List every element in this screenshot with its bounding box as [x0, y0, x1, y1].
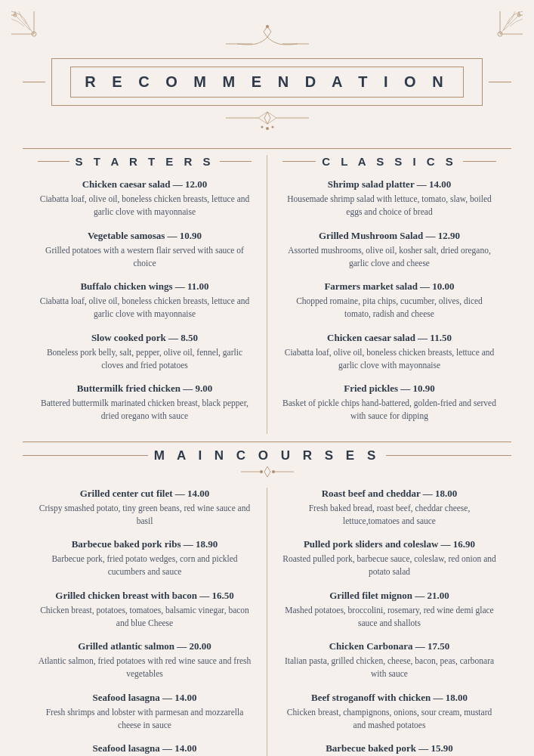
- item-description: Housemade shrimp salad with lettuce, tom…: [282, 193, 496, 219]
- list-item: Grilled atlantic salmon — 20.00 Atlantic…: [38, 640, 252, 681]
- classics-column: C L A S S I C S Shrimp salad platter — 1…: [267, 155, 511, 434]
- classics-header: C L A S S I C S: [282, 155, 496, 168]
- item-description: Ciabatta loaf, olive oil, boneless chick…: [38, 193, 252, 219]
- main-courses-left-column: Grilled center cut filet — 14.00 Crispy …: [23, 488, 267, 757]
- page: R E C O M M E N D A T I O N: [0, 0, 534, 756]
- item-description: Mashed potatoes, broccolini, rosemary, r…: [282, 604, 496, 631]
- classics-line-left: [282, 161, 316, 162]
- item-name: Chicken caesar salad — 11.50: [282, 332, 496, 344]
- svg-point-35: [271, 126, 273, 129]
- item-name: Fried pickles — 10.90: [282, 383, 496, 395]
- starters-line-right: [220, 161, 252, 162]
- list-item: Barbecue baked pork — 15.90 Barbecue por…: [282, 742, 496, 756]
- item-description: Italian pasta, grilled chicken, cheese, …: [282, 655, 496, 681]
- list-item: Fried pickles — 10.90 Basket of pickle c…: [282, 383, 496, 423]
- list-item: Pulled pork sliders and coleslaw — 16.90…: [282, 538, 496, 579]
- list-item: Barbecue baked pork ribs — 18.90 Barbecu…: [38, 538, 252, 579]
- svg-point-39: [272, 470, 275, 473]
- recommendation-section: R E C O M M E N D A T I O N: [23, 23, 511, 135]
- item-name: Barbecue baked pork — 15.90: [282, 742, 496, 754]
- list-item: Grilled chicken breast with bacon — 16.5…: [38, 590, 252, 631]
- main-courses-right-column: Roast beef and cheddar — 18.00 Fresh bak…: [267, 488, 511, 757]
- item-name: Grilled Mushroom Salad — 12.90: [282, 230, 496, 242]
- main-line-left: [23, 455, 148, 456]
- main-courses-ornament: [23, 465, 511, 482]
- corner-decoration-tl: [8, 8, 60, 60]
- item-description: Ciabatta loaf, olive oil, boneless chick…: [38, 295, 252, 321]
- main-courses-lines: M A I N C O U R S E S: [23, 448, 511, 463]
- item-name: Seafood lasagna — 14.00: [38, 692, 252, 704]
- corner-decoration-tr: [474, 8, 526, 60]
- main-courses-title: M A I N C O U R S E S: [154, 448, 380, 463]
- item-description: Chicken breast, champignons, onions, sou…: [282, 706, 496, 733]
- item-name: Seafood lasagna — 14.00: [38, 742, 252, 754]
- item-description: Roasted pulled pork, barbecue sauce, col…: [282, 553, 496, 579]
- list-item: Roast beef and cheddar — 18.00 Fresh bak…: [282, 488, 496, 528]
- item-description: Fresh baked bread, roast beef, cheddar c…: [282, 502, 496, 528]
- item-name: Buttermilk fried chicken — 9.00: [38, 383, 252, 395]
- item-description: Basket of pickle chips hand-battered, go…: [282, 397, 496, 423]
- list-item: Buttermilk fried chicken — 9.00 Battered…: [38, 383, 252, 423]
- classics-line-right: [463, 161, 496, 162]
- item-name: Grilled chicken breast with bacon — 16.5…: [38, 590, 252, 602]
- item-description: Assorted mushrooms, olive oil, kosher sa…: [282, 244, 496, 271]
- item-description: Battered buttermilk marinated chicken br…: [38, 397, 252, 423]
- main-courses-header: M A I N C O U R S E S: [23, 448, 511, 482]
- list-item: Chicken Carbonara — 17.50 Italian pasta,…: [282, 640, 496, 681]
- starters-column: S T A R T E R S Chicken caesar salad — 1…: [23, 155, 267, 434]
- list-item: Slow cooked pork — 8.50 Boneless pork be…: [38, 332, 252, 373]
- list-item: Beef stroganoff with chicken — 18.00 Chi…: [282, 692, 496, 733]
- item-name: Grilled filet mignon — 21.00: [282, 590, 496, 602]
- svg-point-33: [266, 127, 269, 130]
- starters-classics-section: S T A R T E R S Chicken caesar salad — 1…: [23, 155, 511, 434]
- item-name: Roast beef and cheddar — 18.00: [282, 488, 496, 500]
- classics-title: C L A S S I C S: [322, 155, 457, 168]
- item-name: Beef stroganoff with chicken — 18.00: [282, 692, 496, 704]
- top-divider: [23, 148, 511, 149]
- list-item: Buffalo chicken wings — 11.00 Ciabatta l…: [38, 280, 252, 321]
- list-item: Chicken caesar salad — 11.50 Ciabatta lo…: [282, 332, 496, 373]
- svg-point-34: [261, 126, 263, 129]
- item-description: Atlantic salmon, fried potatoes with red…: [38, 655, 252, 681]
- list-item: Seafood lasagna — 14.00 Fresh shrimps an…: [38, 692, 252, 733]
- item-description: Crispy smashed potato, tiny green beans,…: [38, 502, 252, 528]
- starters-line-left: [38, 161, 69, 162]
- list-item: Seafood lasagna — 14.00 Fresh shrimps an…: [38, 742, 252, 756]
- item-name: Slow cooked pork — 8.50: [38, 332, 252, 344]
- list-item: Grilled filet mignon — 21.00 Mashed pota…: [282, 590, 496, 631]
- list-item: Vegetable samosas — 10.90 Grilled potato…: [38, 230, 252, 271]
- svg-line-3: [15, 15, 30, 30]
- main-courses-section: M A I N C O U R S E S Grilled center cut…: [23, 448, 511, 757]
- starters-title: S T A R T E R S: [76, 155, 215, 168]
- item-name: Shrimp salad platter — 14.00: [282, 178, 496, 191]
- item-description: Barbecue pork, fried potato wedges, corn…: [38, 553, 252, 579]
- mid-divider: [23, 442, 511, 442]
- item-name: Chicken caesar salad — 12.00: [38, 178, 252, 191]
- item-name: Vegetable samosas — 10.90: [38, 230, 252, 242]
- rec-bottom-ornament: [23, 110, 511, 135]
- top-ornament: [23, 23, 511, 52]
- list-item: Shrimp salad platter — 14.00 Housemade s…: [282, 178, 496, 219]
- item-name: Farmers market salad — 10.00: [282, 280, 496, 293]
- list-item: Grilled center cut filet — 14.00 Crispy …: [38, 488, 252, 528]
- main-courses-columns: Grilled center cut filet — 14.00 Crispy …: [23, 488, 511, 757]
- main-line-right: [386, 455, 511, 456]
- item-description: Grilled potatoes with a western flair se…: [38, 244, 252, 271]
- svg-point-30: [266, 25, 269, 28]
- item-name: Chicken Carbonara — 17.50: [282, 640, 496, 652]
- item-description: Ciabatta loaf, olive oil, boneless chick…: [282, 346, 496, 373]
- list-item: Farmers market salad — 10.00 Chopped rom…: [282, 280, 496, 321]
- list-item: Chicken caesar salad — 12.00 Ciabatta lo…: [38, 178, 252, 219]
- svg-line-10: [504, 15, 519, 30]
- item-name: Grilled center cut filet — 14.00: [38, 488, 252, 500]
- svg-point-38: [260, 470, 263, 473]
- recommendation-title: R E C O M M E N D A T I O N: [85, 73, 449, 90]
- item-description: Chopped romaine, pita chips, cucumber, o…: [282, 295, 496, 321]
- item-description: Chicken breast, potatoes, tomatoes, bals…: [38, 604, 252, 631]
- list-item: Grilled Mushroom Salad — 12.90 Assorted …: [282, 230, 496, 271]
- item-name: Barbecue baked pork ribs — 18.90: [38, 538, 252, 550]
- item-name: Pulled pork sliders and coleslaw — 16.90: [282, 538, 496, 550]
- item-description: Fresh shrimps and lobster with parmesan …: [38, 706, 252, 733]
- item-name: Grilled atlantic salmon — 20.00: [38, 640, 252, 652]
- item-name: Buffalo chicken wings — 11.00: [38, 280, 252, 293]
